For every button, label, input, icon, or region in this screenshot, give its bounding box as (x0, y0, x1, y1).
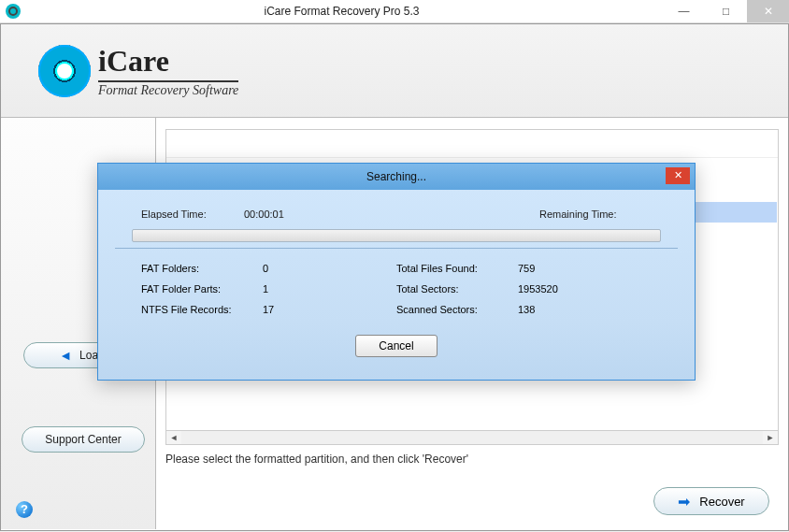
stat-label: Total Files Found: (396, 263, 518, 274)
window-title: iCare Format Recovery Pro 5.3 (21, 5, 663, 18)
scroll-left-icon[interactable]: ◄ (166, 431, 181, 444)
progress-bar (132, 229, 661, 242)
app-frame: iCare Format Recovery Software ◄ Load Su… (0, 23, 789, 531)
stats-right: Total Files Found: 759 Total Sectors: 19… (396, 258, 652, 320)
stat-ntfs-records: NTFS File Records: 17 (141, 299, 396, 320)
maximize-button[interactable]: □ (705, 0, 747, 22)
recover-label: Recover (699, 495, 744, 509)
recover-button[interactable]: ➡ Recover (653, 487, 769, 515)
stat-label: FAT Folders: (141, 263, 263, 274)
cancel-button[interactable]: Cancel (355, 335, 438, 357)
window-titlebar: iCare Format Recovery Pro 5.3 — □ ✕ (0, 0, 789, 23)
stat-value: 138 (518, 304, 652, 315)
stat-total-files: Total Files Found: 759 (396, 258, 652, 279)
stat-label: NTFS File Records: (141, 304, 263, 315)
elapsed-label: Elapsed Time: (141, 208, 244, 220)
remaining-label: Remaining Time: (539, 208, 652, 220)
header: iCare Format Recovery Software (1, 24, 788, 118)
support-label: Support Center (45, 433, 121, 446)
scroll-track[interactable] (181, 431, 763, 444)
dialog-titlebar[interactable]: Searching... ✕ (98, 164, 695, 190)
stats-grid: FAT Folders: 0 FAT Folder Parts: 1 NTFS … (115, 258, 678, 320)
time-row: Elapsed Time: 00:00:01 Remaining Time: (115, 201, 678, 229)
logo: iCare Format Recovery Software (38, 44, 238, 98)
list-header (166, 130, 778, 158)
stat-scanned-sectors: Scanned Sectors: 138 (396, 299, 652, 320)
horizontal-scrollbar[interactable]: ◄ ► (165, 430, 779, 445)
dialog-close-button[interactable]: ✕ (666, 167, 690, 184)
stat-fat-folder-parts: FAT Folder Parts: 1 (141, 279, 396, 299)
close-icon: ✕ (764, 5, 773, 18)
logo-disc-icon (38, 45, 91, 97)
stat-label: FAT Folder Parts: (141, 283, 263, 295)
stat-value: 1953520 (518, 283, 652, 295)
stat-value: 0 (263, 263, 396, 274)
stat-value: 17 (263, 304, 396, 315)
stat-fat-folders: FAT Folders: 0 (141, 258, 396, 279)
help-icon[interactable]: ? (16, 501, 33, 518)
minimize-icon: — (679, 5, 690, 18)
minimize-button[interactable]: — (663, 0, 705, 22)
logo-subtitle: Format Recovery Software (98, 80, 238, 98)
searching-dialog: Searching... ✕ Elapsed Time: 00:00:01 Re… (97, 163, 696, 381)
logo-brand: iCare (98, 44, 238, 80)
stat-total-sectors: Total Sectors: 1953520 (396, 279, 652, 299)
app-icon (6, 4, 21, 19)
elapsed-value: 00:00:01 (244, 208, 356, 220)
maximize-icon: □ (723, 5, 729, 18)
stat-label: Total Sectors: (396, 283, 518, 295)
scroll-right-icon[interactable]: ► (763, 431, 778, 444)
logo-text: iCare Format Recovery Software (98, 44, 238, 98)
stats-left: FAT Folders: 0 FAT Folder Parts: 1 NTFS … (141, 258, 396, 320)
close-icon: ✕ (674, 169, 682, 180)
close-button[interactable]: ✕ (747, 0, 789, 22)
dialog-title: Searching... (98, 170, 695, 183)
arrow-right-icon: ➡ (678, 493, 690, 510)
dialog-footer: Cancel (115, 320, 678, 365)
stat-label: Scanned Sectors: (396, 304, 518, 315)
arrow-left-icon: ◄ (59, 348, 72, 363)
stat-value: 759 (518, 263, 652, 274)
support-center-button[interactable]: Support Center (22, 426, 145, 453)
divider (115, 248, 678, 249)
dialog-body: Elapsed Time: 00:00:01 Remaining Time: F… (98, 190, 695, 380)
instruction-text: Please select the formatted partition, a… (165, 453, 468, 466)
window-controls: — □ ✕ (663, 0, 789, 22)
stat-value: 1 (263, 283, 396, 295)
